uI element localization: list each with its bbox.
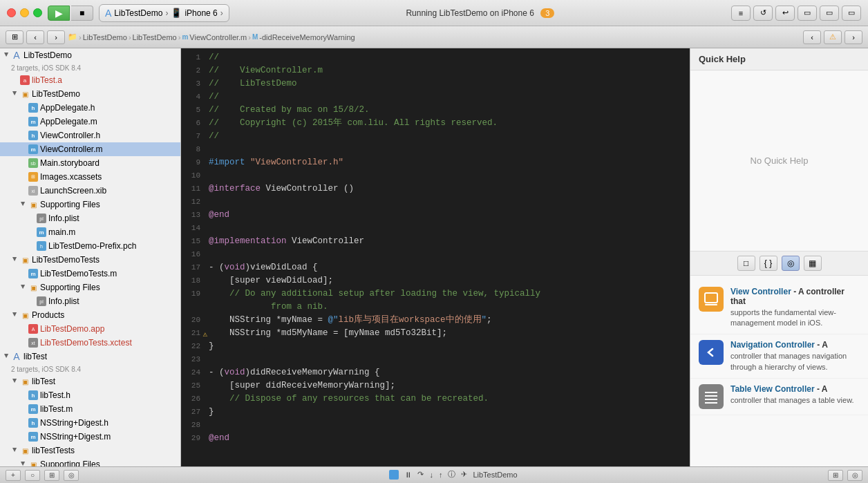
- folder-icon: ▣: [20, 377, 30, 386]
- project-libtestdemo[interactable]: ▶ A LibTestDemo: [0, 48, 180, 62]
- file-label: Info.plist: [48, 296, 79, 306]
- file-libtest-h[interactable]: h libTest.h: [0, 388, 180, 402]
- file-libtestdemotests-xctest[interactable]: xt LibTestDemoTests.xctest: [0, 336, 180, 350]
- qh-viewcontroller-icon: [699, 287, 724, 312]
- group-libtest[interactable]: ▶ ▣ libTest: [0, 375, 180, 388]
- breadcrumb-method[interactable]: -didReceiveMemoryWarning: [259, 33, 355, 41]
- debug-info-btn[interactable]: ⓘ: [448, 469, 455, 480]
- group-supporting-files2[interactable]: ▶ ▣ Supporting Files: [0, 281, 180, 294]
- code-line-20: 20 NSString *myNmae = @"lib库与项目在workspac…: [181, 314, 690, 327]
- group-libtestdemotests[interactable]: ▶ ▣ LibTestDemoTests: [0, 253, 180, 267]
- qh-ref-button[interactable]: { }: [760, 256, 777, 271]
- step-over-btn[interactable]: ↷: [417, 470, 424, 479]
- file-label: AppDelegate.m: [40, 117, 97, 126]
- info-button[interactable]: ○: [25, 470, 40, 481]
- stop-button[interactable]: ■: [71, 6, 93, 21]
- forward-button[interactable]: ›: [47, 30, 65, 44]
- run-button[interactable]: ▶: [48, 6, 70, 21]
- triangle-icon: ▶: [12, 378, 18, 385]
- circle-button[interactable]: ◎: [847, 470, 862, 481]
- xcassets-icon: ⊞: [28, 172, 38, 182]
- close-button[interactable]: [7, 8, 16, 17]
- svg-rect-2: [705, 392, 717, 393]
- file-main-m[interactable]: m main.m: [0, 225, 180, 239]
- step-in-btn[interactable]: ↓: [429, 471, 433, 479]
- layout-button1[interactable]: ▭: [798, 6, 817, 21]
- file-libtestdemo-app[interactable]: A LibTestDemo.app: [0, 322, 180, 336]
- scheme-selector[interactable]: A LibTestDemo › 📱 iPhone 6 ›: [99, 4, 229, 22]
- refresh-button[interactable]: ↺: [753, 6, 773, 21]
- code-line-27: 27 }: [181, 406, 690, 419]
- group-products[interactable]: ▶ ▣ Products: [0, 308, 180, 322]
- back-button[interactable]: ‹: [26, 30, 44, 44]
- run-stop-controls: ▶ ■: [48, 6, 93, 21]
- statusbar-right: ⊞ ◎: [828, 470, 862, 481]
- qh-circle-button[interactable]: ◎: [782, 256, 800, 271]
- statusbar-left: + ○ ⊞ ◎: [6, 470, 79, 481]
- warning-button[interactable]: ⚠: [824, 30, 842, 44]
- file-viewcontroller-h[interactable]: h ViewController.h: [0, 129, 180, 142]
- pause-btn[interactable]: ⏸: [404, 471, 412, 479]
- breadcrumb-folder[interactable]: LibTestDemo: [133, 33, 177, 41]
- file-label: LaunchScreen.xib: [40, 186, 106, 196]
- project-libtest[interactable]: ▶ A libTest: [0, 350, 180, 363]
- code-line-1: 1 //: [181, 51, 690, 64]
- code-line-7: 7 //: [181, 130, 690, 143]
- statusbar-center: ⏸ ↷ ↓ ↑ ⓘ ✈ LibTestDemo: [84, 469, 822, 481]
- file-appdelegate-h[interactable]: h AppDelegate.h: [0, 101, 180, 115]
- layout-button2[interactable]: ▭: [820, 6, 839, 21]
- navigate-btn[interactable]: ✈: [461, 470, 467, 479]
- file-label: libTest.m: [40, 404, 73, 414]
- file-nsstring-digest-m[interactable]: m NSString+Digest.m: [0, 430, 180, 444]
- file-launchscreen-xib[interactable]: xi LaunchScreen.xib: [0, 184, 180, 198]
- code-line-26: 26 // Dispose of any resources that can …: [181, 392, 690, 406]
- file-label: Info.plist: [48, 214, 79, 223]
- file-libtest-a[interactable]: a libTest.a: [0, 73, 180, 87]
- group-supporting-files3[interactable]: ▶ ▣ Supporting Files: [0, 457, 180, 466]
- issues-button[interactable]: ⊞: [44, 470, 59, 481]
- code-line-12: 12: [181, 196, 690, 209]
- triangle-icon: ▶: [20, 461, 26, 466]
- nav-left-button[interactable]: ‹: [803, 30, 821, 44]
- group-libtesttests[interactable]: ▶ ▣ libTestTests: [0, 444, 180, 457]
- qh-doc-button[interactable]: □: [737, 256, 755, 271]
- project-name: libTest: [23, 352, 47, 361]
- step-out-btn[interactable]: ↑: [439, 471, 443, 479]
- toolbar-right: ≡ ↺ ↩ ▭ ▭ ▭: [731, 6, 861, 21]
- file-viewcontroller-m[interactable]: m ViewController.m: [0, 142, 180, 156]
- nav-right-button[interactable]: ›: [845, 30, 862, 44]
- qh-grid-button[interactable]: ▦: [804, 256, 822, 271]
- panel-toggle-button[interactable]: ≡: [731, 6, 751, 21]
- file-info2-plist[interactable]: pl Info.plist: [0, 294, 180, 308]
- file-label: LibTestDemoTests.m: [40, 269, 117, 278]
- folder-icon: ▣: [28, 283, 38, 292]
- group-supporting-files[interactable]: ▶ ▣ Supporting Files: [0, 198, 180, 211]
- svg-rect-3: [705, 395, 717, 397]
- breadcrumb-file[interactable]: ViewController.m: [189, 33, 247, 41]
- maximize-button[interactable]: [33, 8, 42, 17]
- add-button[interactable]: +: [6, 470, 21, 481]
- layout-button3[interactable]: ▭: [842, 6, 861, 21]
- file-prefix-pch[interactable]: h LibTestDemo-Prefix.pch: [0, 239, 180, 253]
- file-main-storyboard[interactable]: sb Main.storyboard: [0, 156, 180, 170]
- grid-button[interactable]: ⊞: [828, 470, 843, 481]
- group-label: Supporting Files: [40, 200, 100, 209]
- grid-view-button[interactable]: ⊞: [6, 30, 23, 44]
- file-appdelegate-m[interactable]: m AppDelegate.m: [0, 115, 180, 129]
- file-libtest-m[interactable]: m libTest.m: [0, 402, 180, 416]
- navigate-button[interactable]: ↩: [775, 6, 795, 21]
- minimize-button[interactable]: [20, 8, 29, 17]
- main-layout: ▶ A LibTestDemo 2 targets, iOS SDK 8.4 a…: [0, 48, 868, 466]
- file-nsstring-digest-h[interactable]: h NSString+Digest.h: [0, 416, 180, 430]
- group-libtestdemo[interactable]: ▶ ▣ LibTestDemo: [0, 87, 180, 101]
- code-editor[interactable]: 1 // 2 // ViewController.m 3 // LibTestD…: [181, 48, 690, 466]
- toolbar2-right: ‹ ⚠ ›: [803, 30, 862, 44]
- breadcrumb-project[interactable]: LibTestDemo: [83, 33, 127, 41]
- debug-button[interactable]: ◎: [64, 470, 79, 481]
- file-images-xcassets[interactable]: ⊞ Images.xcassets: [0, 170, 180, 184]
- folder-icon: ▣: [28, 460, 38, 466]
- file-info-plist[interactable]: pl Info.plist: [0, 211, 180, 225]
- file-libtestdemotests-m[interactable]: m LibTestDemoTests.m: [0, 267, 180, 281]
- device-icon: 📱: [171, 8, 182, 18]
- code-line-22: 22 }: [181, 340, 690, 353]
